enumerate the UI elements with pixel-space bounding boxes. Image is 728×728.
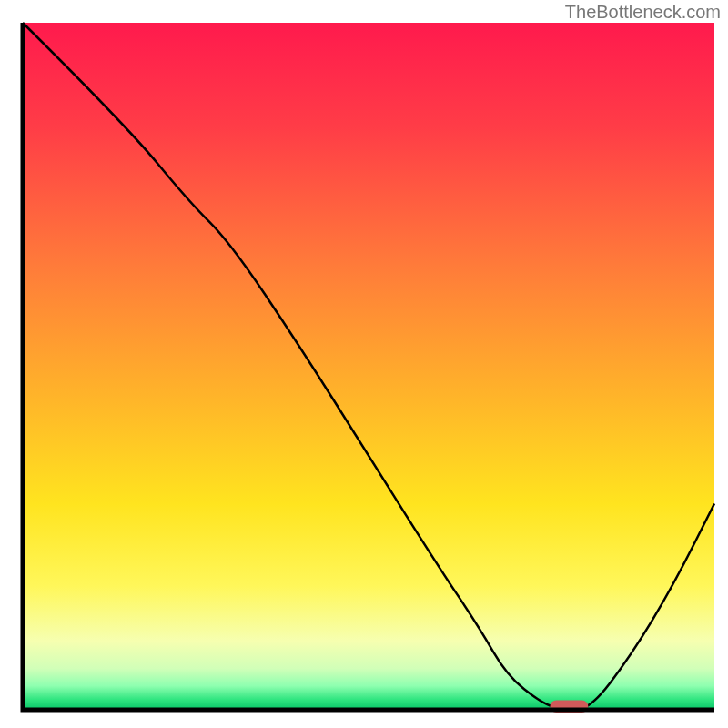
bottleneck-chart	[0, 0, 728, 728]
watermark-text: TheBottleneck.com	[565, 2, 721, 23]
chart-container: TheBottleneck.com	[0, 0, 728, 728]
plot-background	[23, 23, 714, 710]
